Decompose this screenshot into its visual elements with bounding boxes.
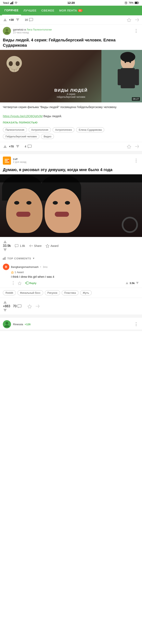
post3-avatar xyxy=(3,320,11,328)
face-right xyxy=(43,180,83,233)
post3-more-btn[interactable]: ⋮ xyxy=(133,322,139,327)
post1-tags: Палеонтология Антропология Антропогенез … xyxy=(0,126,142,142)
post1-show-more[interactable]: ПОКАЗАТЬ ПОЛНОСТЬЮ xyxy=(0,121,142,126)
top-overlay xyxy=(0,174,142,182)
post3-author-name: Rinessia xyxy=(13,323,23,326)
post1-meta: gamelutz в Лига Палеонтологии 23 часа на… xyxy=(13,28,131,34)
nav-item-feed[interactable]: МОЯ ЛЕНТА 31 xyxy=(57,6,85,15)
lips-right xyxy=(55,212,69,217)
woman-svg xyxy=(101,50,142,102)
post2-share-btn[interactable]: Share xyxy=(29,244,42,248)
car-placeholder xyxy=(0,174,142,237)
post1-bottom-bookmark-btn[interactable] xyxy=(127,144,131,149)
tag-plastic[interactable]: Пластика xyxy=(62,290,79,295)
svg-rect-60 xyxy=(18,305,21,307)
post1-avatar xyxy=(3,27,11,35)
comment-award: 1 Award xyxy=(11,271,139,274)
post1-bottom-share-btn[interactable] xyxy=(134,144,139,149)
post2-bottom-downvote-btn[interactable] xyxy=(3,308,7,312)
tag-paleontology[interactable]: Палеонтология xyxy=(3,127,27,132)
svg-point-64 xyxy=(6,322,8,325)
tag-video[interactable]: Видео xyxy=(41,134,54,139)
svg-marker-34 xyxy=(4,145,7,148)
post2-award-label: Award xyxy=(50,244,58,248)
reply-icon xyxy=(25,282,28,285)
post1-top-comment-group: 16 xyxy=(25,18,33,22)
top-nav: ГОРЯЧЕЕ ЛУЧШЕЕ СВЕЖЕЕ МОЯ ЛЕНТА 31 xyxy=(0,6,142,15)
post1-link[interactable]: https://youtu.be/c2lQ8OgtVjM xyxy=(3,114,43,118)
svg-marker-43 xyxy=(8,160,10,162)
tag-scary[interactable]: Жуть xyxy=(80,290,92,295)
tag-elena[interactable]: Елена Сударикова xyxy=(76,127,104,132)
share-icon xyxy=(29,244,33,248)
svg-marker-44 xyxy=(4,240,7,243)
post2-downvote-btn[interactable] xyxy=(3,248,7,252)
svg-marker-57 xyxy=(136,282,138,284)
post2-share-label: Share xyxy=(34,244,42,248)
post1-more-btn[interactable]: ⋮ xyxy=(133,28,139,34)
comment-icon-4 xyxy=(18,304,22,308)
post2-upvote-btn[interactable] xyxy=(3,240,7,244)
lips-left xyxy=(16,212,30,217)
post1-title: Виды людей. 4 серия: Гейдельбергский чел… xyxy=(0,36,142,50)
post1-header: gamelutz в Лига Палеонтологии 23 часа на… xyxy=(0,24,142,36)
post2-bottom-share-btn[interactable] xyxy=(35,304,40,309)
nav-item-hot[interactable]: ГОРЯЧЕЕ xyxy=(2,6,21,15)
post1-desc-text: Четвертая серия фильма "Виды людей" посв… xyxy=(0,102,142,121)
traff-icon xyxy=(4,158,10,164)
post1-bottom-downvote-btn[interactable] xyxy=(15,144,20,149)
tag-heidelberg[interactable]: Гейдельбергский человек xyxy=(3,134,39,139)
post-divider-1 xyxy=(0,152,142,154)
post2-bottom-comment-count: 70 xyxy=(13,304,17,308)
post2-award-btn[interactable]: Award xyxy=(46,244,58,248)
post1-video-thumb[interactable]: ВИДЫ ЛЮДЕЙ 4 серия гейдельбергский челов… xyxy=(0,50,142,102)
post1-author-row: gamelutz в Лига Палеонтологии xyxy=(13,28,131,31)
svg-marker-17 xyxy=(127,18,131,22)
post2-comments-section: TOP COMMENTS ▼ B Bangbangsmashsmash • 3m… xyxy=(0,254,142,288)
post1-downvote-btn[interactable] xyxy=(15,18,20,22)
svg-rect-51 xyxy=(3,258,4,260)
svg-marker-13 xyxy=(4,18,7,21)
nav-item-best[interactable]: ЛУЧШЕЕ xyxy=(21,6,39,15)
comment-award-count: 1 xyxy=(15,271,16,274)
comment-reply-btn[interactable]: Reply xyxy=(24,281,38,285)
tag-reddit[interactable]: Reddit xyxy=(3,290,16,295)
post2-time: 2 дня назад xyxy=(13,160,131,164)
post2-video-thumb[interactable] xyxy=(0,174,142,237)
video-overlay-text: ВИДЫ ЛЮДЕЙ 4 серия гейдельбергский челов… xyxy=(54,88,88,98)
comment-more-btn[interactable]: ⋮ xyxy=(11,280,15,286)
post2-tags: Reddit Финальный босс Рисунок Пластика Ж… xyxy=(0,288,142,298)
post1-top-share-btn[interactable] xyxy=(134,17,139,22)
wifi-icon xyxy=(14,2,18,4)
tag-anthropology[interactable]: Антропология xyxy=(29,127,51,132)
feed-badge: 31 xyxy=(78,9,83,12)
tag-anthropogenesis[interactable]: Антропогенез xyxy=(52,127,75,132)
comment-avatar: B xyxy=(3,264,9,270)
comment-username: Bangbangsmashsmash xyxy=(11,266,39,268)
comment-like-btn[interactable] xyxy=(17,280,23,286)
svg-point-65 xyxy=(5,325,9,327)
dropdown-arrow[interactable]: ▼ xyxy=(32,257,35,260)
svg-rect-46 xyxy=(15,244,18,247)
nav-item-fresh[interactable]: СВЕЖЕЕ xyxy=(39,6,57,15)
post3-header: Rinessia +126 ⋮ xyxy=(0,318,142,330)
post2-bottom-bookmark-btn[interactable] xyxy=(27,304,32,309)
post2-comment-stat: 1.8k xyxy=(15,244,25,248)
post1-bottom-upvote-btn[interactable] xyxy=(3,144,7,149)
tag-boss[interactable]: Финальный босс xyxy=(18,290,43,295)
post1-top-bookmark-btn[interactable] xyxy=(127,17,131,22)
comment-upvote-btn[interactable] xyxy=(125,281,129,285)
video-sub1: 4 серия xyxy=(54,93,88,96)
post1-upvote-btn[interactable] xyxy=(3,18,7,22)
post2-bottom-upvote-btn[interactable] xyxy=(3,300,7,304)
svg-marker-58 xyxy=(4,301,7,304)
svg-marker-54 xyxy=(11,271,14,274)
video-sub2: гейдельбергский человек xyxy=(54,96,88,98)
comment-block: B Bangbangsmashsmash • 3mo 1 Award I thi… xyxy=(0,262,142,288)
face-left-skin xyxy=(6,188,43,233)
comment-time: 3mo xyxy=(43,266,47,268)
comment-downvote-btn[interactable] xyxy=(135,281,139,285)
post2-more-btn[interactable]: ⋮ xyxy=(133,158,139,163)
post1-bottom-comment-count: 4 xyxy=(25,145,26,148)
tag-drawing[interactable]: Рисунок xyxy=(45,290,60,295)
